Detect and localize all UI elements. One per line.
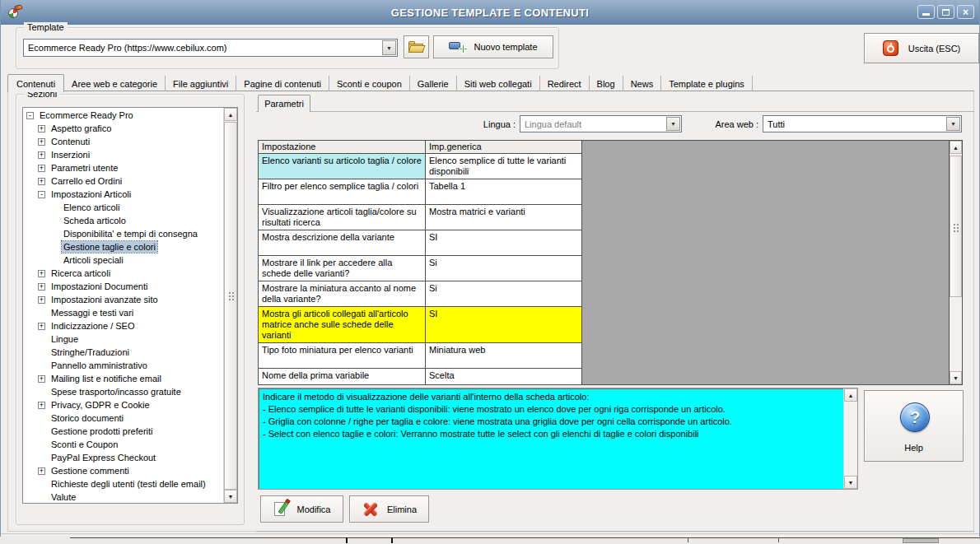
tree-item[interactable]: +Aspetto grafico	[23, 122, 223, 135]
table-scrollbar[interactable]: ▲ ▼	[949, 141, 962, 384]
tree-item[interactable]: Stringhe/Traduzioni	[23, 346, 223, 359]
tab-pagine-di-contenuti[interactable]: Pagine di contenuti	[236, 76, 329, 91]
tree-item[interactable]: +Gestione commenti	[23, 464, 223, 477]
tree-item[interactable]: Pannello amministrativo	[23, 359, 223, 372]
tree-item[interactable]: PayPal Express Checkout	[23, 451, 223, 464]
plus-icon[interactable]: +	[38, 467, 45, 475]
exit-button[interactable]: Uscita (ESC)	[864, 33, 979, 63]
plus-icon[interactable]: +	[38, 402, 45, 409]
minus-icon[interactable]: -	[38, 191, 45, 198]
plus-icon[interactable]: +	[38, 178, 45, 185]
table-row[interactable]: Elenco varianti su articolo taglia / col…	[259, 154, 962, 179]
tree-item[interactable]: Articoli speciali	[23, 253, 223, 267]
template-combobox[interactable]: Ecommerce Ready Pro (https://www.cebilux…	[23, 39, 398, 57]
tree-item[interactable]: Spese trasporto/incasso gratuite	[23, 385, 223, 398]
tree-scrollbar-thumb[interactable]	[224, 122, 237, 490]
tree-item[interactable]: Gestione taglie e colori	[23, 240, 223, 253]
table-row[interactable]: Visualizzazione articoli taglia/colore s…	[259, 205, 962, 230]
description-line: - Select con elenco taglie e colori: Ver…	[263, 428, 839, 440]
tree-item[interactable]: Valute	[23, 491, 223, 504]
scrollbar-grip-icon	[228, 291, 235, 300]
table-row[interactable]: Filtro per elenco semplice taglia / colo…	[259, 179, 962, 205]
tree-scrollbar[interactable]: ▲ ▼	[223, 108, 237, 503]
tree-item[interactable]: +Ricerca articoli	[23, 267, 223, 280]
plus-icon[interactable]: +	[38, 138, 45, 146]
arrow-down-icon[interactable]: ▼	[950, 371, 962, 384]
plus-icon[interactable]: +	[38, 296, 45, 304]
lingua-combobox[interactable]: Lingua default ▼	[520, 115, 682, 133]
tree-item[interactable]: -Impostazioni Articoli	[23, 188, 223, 201]
tab-siti-web-collegati[interactable]: Siti web collegati	[457, 76, 540, 91]
chevron-down-icon[interactable]: ▼	[382, 40, 396, 55]
tree-item[interactable]: Disponibilita' e tempi di consegna	[23, 227, 223, 240]
tree-item[interactable]: +Impostazioni avanzate sito	[23, 293, 223, 306]
tab-gallerie[interactable]: Gallerie	[410, 76, 457, 91]
description-scrollbar[interactable]: ▲ ▼	[843, 388, 857, 489]
minus-icon[interactable]: -	[26, 112, 34, 119]
tab-redirect[interactable]: Redirect	[540, 76, 590, 91]
new-template-button[interactable]: Nuovo template	[433, 35, 553, 58]
minimize-button[interactable]	[917, 5, 935, 19]
arrow-up-icon[interactable]: ▲	[224, 108, 237, 121]
tab-template-e-plugins[interactable]: Template e plugins	[661, 76, 753, 91]
tab-file-aggiuntivi[interactable]: File aggiuntivi	[166, 76, 236, 91]
tree-item[interactable]: +Parametri utente	[23, 161, 223, 174]
chevron-down-icon[interactable]: ▼	[946, 117, 960, 131]
tree-item[interactable]: Sconti e Coupon	[23, 438, 223, 451]
tree-item[interactable]: Gestione prodotti preferiti	[23, 425, 223, 438]
tree-item[interactable]: Messaggi e testi vari	[23, 306, 223, 319]
setting-cell: Tipo foto miniatura per elenco varianti	[259, 343, 426, 369]
table-row[interactable]: Mostrare il link per accedere alla sched…	[259, 256, 962, 281]
table-row[interactable]: Mostrare la miniatura accanto al nome de…	[259, 281, 962, 307]
tree-item[interactable]: +Mailing list e notifiche email	[23, 372, 223, 385]
tree-item[interactable]: +Contenuti	[23, 135, 223, 148]
tab-blog[interactable]: Blog	[590, 76, 623, 91]
tree-item[interactable]: Storico documenti	[23, 411, 223, 425]
tree-item[interactable]: +Privacy, GDPR e Cookie	[23, 398, 223, 411]
tab-sconti-e-coupon[interactable]: Sconti e coupon	[329, 76, 410, 91]
tab-news[interactable]: News	[623, 76, 662, 91]
elimina-button[interactable]: Elimina	[349, 495, 429, 523]
tree-item[interactable]: Scheda articolo	[23, 214, 223, 227]
plus-icon[interactable]: +	[38, 323, 45, 330]
tab-parametri[interactable]: Parametri	[258, 95, 310, 112]
table-scrollbar-thumb[interactable]	[950, 156, 962, 297]
arrow-down-icon[interactable]: ▼	[844, 476, 857, 489]
maximize-icon	[942, 9, 950, 16]
open-folder-button[interactable]	[404, 35, 429, 58]
arrow-down-icon[interactable]: ▼	[224, 490, 237, 503]
tree-item[interactable]: +Impostazioni Documenti	[23, 280, 223, 293]
window-bottom-edge	[1, 533, 979, 535]
scrollbar-grip-icon	[953, 223, 959, 232]
help-button[interactable]: ? Help	[864, 390, 964, 462]
close-button[interactable]: ×	[957, 5, 974, 19]
table-row[interactable]: Mostra gli articoli collegati all'artico…	[259, 307, 962, 343]
plus-icon[interactable]: +	[38, 283, 45, 291]
plus-icon[interactable]: +	[38, 165, 45, 172]
column-header-imp-generica[interactable]: Imp.generica	[426, 141, 582, 154]
column-header-impostazione[interactable]: Impostazione	[259, 141, 426, 154]
table-row[interactable]: Mostra descrizione della varianteSI	[259, 230, 962, 256]
plus-icon[interactable]: +	[38, 270, 45, 277]
plus-icon[interactable]: +	[38, 375, 45, 383]
chevron-down-icon[interactable]: ▼	[666, 117, 680, 131]
tree-item[interactable]: +Carrello ed Ordini	[23, 174, 223, 188]
tab-contenuti[interactable]: Contenuti	[7, 74, 64, 92]
modifica-button[interactable]: Modifica	[260, 495, 343, 523]
table-row[interactable]: Nome della prima variabileScelta	[259, 369, 962, 385]
plus-icon[interactable]: +	[38, 125, 45, 133]
tree-item[interactable]: +Indicizzazione / SEO	[23, 319, 223, 332]
tab-aree-web-e-categorie[interactable]: Aree web e categorie	[64, 76, 166, 91]
plus-icon[interactable]: +	[38, 151, 45, 159]
power-icon	[883, 40, 898, 56]
tree-item[interactable]: Lingue	[23, 332, 223, 346]
arrow-up-icon[interactable]: ▲	[844, 388, 857, 402]
tree-item[interactable]: Richieste degli utenti (testi delle emai…	[23, 477, 223, 491]
arrow-up-icon[interactable]: ▲	[950, 141, 962, 154]
tree-item[interactable]: +Inserzioni	[23, 148, 223, 161]
table-row[interactable]: Tipo foto miniatura per elenco variantiM…	[259, 343, 962, 369]
area-web-combobox[interactable]: Tutti ▼	[763, 115, 962, 133]
tree-item[interactable]: Elenco articoli	[23, 201, 223, 214]
tree-item[interactable]: -Ecommerce Ready Pro	[23, 109, 223, 122]
maximize-button[interactable]	[937, 5, 954, 19]
